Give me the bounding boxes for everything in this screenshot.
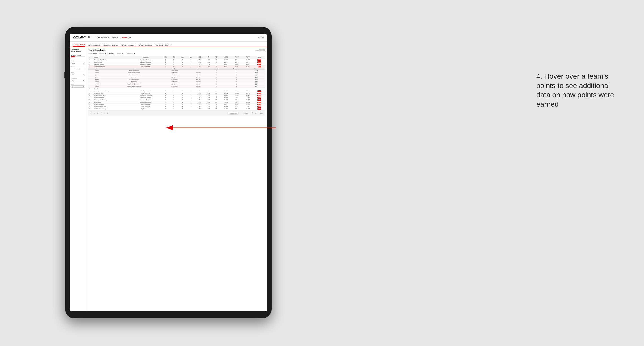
subnav-team-h2h-heatmap[interactable]: TEAM H2H HEATMAP <box>103 44 118 47</box>
update-time: Update time: 13/03/2024 10:03:42 <box>255 49 265 51</box>
nav-tournaments[interactable]: TOURNAMENTS <box>96 36 109 39</box>
rnds-cell: 23 <box>178 61 186 63</box>
points-cell[interactable] <box>253 88 265 90</box>
points-cell[interactable]: 88.58 <box>253 104 265 106</box>
vs25-cell: 7-15-0 <box>231 97 242 99</box>
conference-select[interactable]: (All) ▾ <box>71 80 85 82</box>
subnav-player-h2h-grid[interactable]: PLAYER H2H GRID <box>138 44 152 47</box>
points-cell[interactable]: 88.61 <box>253 99 265 101</box>
col-rank: # <box>88 56 94 59</box>
vs25-cell: 25-5-0 <box>231 63 242 66</box>
conf-cell: Southeastern Conference <box>130 97 161 99</box>
region-select[interactable]: N/A ▾ <box>71 74 85 76</box>
paint-icon[interactable]: ✏ <box>104 113 105 114</box>
rnds-cell: 27 <box>178 66 186 68</box>
table-row: 21 University of Alabama Southeastern Co… <box>88 97 265 99</box>
points-cell[interactable]: 88.59 <box>253 106 265 108</box>
overall-cell: 87-22-2 <box>220 106 231 108</box>
wins-cell: 0 <box>187 108 195 110</box>
rnds-cell: 15 <box>178 97 186 99</box>
rank-cell: 23 <box>88 101 94 104</box>
table-row: 23 Duke University Atlantic Coast Confer… <box>88 101 265 104</box>
avg-sg-cell: 1.60 <box>205 90 213 92</box>
school-select[interactable]: (All) ▾ <box>71 85 85 88</box>
adj-score-cell: 278.1 <box>195 92 205 95</box>
points-cell[interactable]: 97.02 <box>253 59 265 61</box>
division-chevron-icon: ▾ <box>83 68 84 70</box>
school-cell: Arizona State University <box>94 66 130 68</box>
subnav-player-summary[interactable]: PLAYER SUMMARY <box>121 44 136 47</box>
col-points: Points <box>253 56 265 59</box>
filter-row: Gender: Men's Division: NCAA Division I … <box>88 53 265 54</box>
min-rounds-slider[interactable]: 3 <box>71 56 85 58</box>
points-cell[interactable]: 93.31 <box>253 61 265 63</box>
wins-cell: 2 <box>187 90 195 92</box>
vs25-cell: 7-19-1 <box>231 104 242 106</box>
copy-icon[interactable]: ⧉ <box>100 112 102 114</box>
toolbar-icon-grid[interactable]: ⊞ <box>255 113 256 114</box>
nav-teams[interactable]: TEAMS <box>112 36 118 39</box>
table-row: 1 University of North Carolina Atlantic … <box>88 59 265 61</box>
points-cell[interactable]: 79.5 <box>253 66 265 68</box>
share-button[interactable]: ↗ Share <box>259 113 263 114</box>
rnds-cell <box>178 88 186 90</box>
exp-col-event-div: Event Division <box>162 68 188 70</box>
points-cell[interactable]: 88.49 <box>253 95 265 97</box>
sidebar: CommitteePortal Review Minimum Rounds 3 … <box>70 47 86 312</box>
rnds-cell: 21 <box>178 90 186 92</box>
division-select[interactable]: NCAA Division I ▾ <box>71 68 85 70</box>
nav-committee[interactable]: COMMITTEE <box>121 36 131 39</box>
col-adj-score: Adj.Score <box>195 56 205 59</box>
wins-cell: 0 <box>187 99 195 101</box>
conf-rank-cell: 1 <box>161 59 170 61</box>
avg-sg-cell: 2.86 <box>205 59 213 61</box>
table-row: 5 Texas T... <box>88 88 265 90</box>
low-adj-cell: 272 <box>213 97 220 99</box>
school-chevron-icon: ▾ <box>83 86 84 87</box>
subnav-team-summary[interactable]: TEAM SUMMARY <box>73 44 85 47</box>
undo-icon[interactable]: ↺ <box>90 113 92 114</box>
view-button[interactable]: 👁 View: Original <box>227 112 238 115</box>
tour-cell: 7 <box>170 90 178 92</box>
tour-cell: 8 <box>170 101 178 104</box>
overall-cell: 63-5-0 <box>220 63 231 66</box>
toolbar-icon-comment[interactable]: 💬 <box>252 113 253 114</box>
subnav-player-h2h-heatmap[interactable]: PLAYER H2H HEATMAP <box>154 44 172 47</box>
rank-cell: 19 <box>88 92 94 95</box>
exp-col-event: Event <box>106 68 162 70</box>
min-rounds-label: Minimum Rounds <box>71 54 85 56</box>
school-cell: Texas T... <box>94 88 130 90</box>
expanded-event-row-item: East Tee OFCC Fighting Illini Invitation… <box>88 84 265 86</box>
points-cell[interactable]: 88.70 <box>253 92 265 95</box>
points-badge: 88.34 <box>258 108 261 110</box>
division-label: Division <box>71 66 85 67</box>
points-cell[interactable]: 88.48 <box>253 97 265 99</box>
sign-out-link[interactable]: Sign out <box>258 37 264 38</box>
overall-cell: 86-4-0 <box>220 61 231 63</box>
filter-gender: Gender: Men's <box>88 53 97 54</box>
school-cell: University of North Florida <box>94 106 130 108</box>
points-cell[interactable]: 88.71 <box>253 101 265 104</box>
conf-rank-cell: 7 <box>161 101 170 104</box>
points-cell[interactable]: 88.07 <box>253 90 265 92</box>
adj-score-cell: 272.0 <box>195 59 205 61</box>
overall-cell: 73-21-1 <box>220 90 231 92</box>
slider-fill <box>71 56 75 57</box>
rnds-cell: 22 <box>178 95 186 97</box>
rnds-cell: 22 <box>178 101 186 104</box>
vs25-cell: 4-16-0 <box>231 99 242 101</box>
rnds-cell: 19 <box>178 63 186 66</box>
points-badge: 88.59 <box>258 106 261 108</box>
adj-score-cell: 278.6 <box>195 99 205 101</box>
col-conf-rank: ConfRank <box>161 56 170 59</box>
vs50-cell: 19-21-0 <box>242 108 253 110</box>
subnav-team-h2h-grid[interactable]: TEAM H2H GRID <box>88 44 100 47</box>
points-cell[interactable]: 88.34 <box>253 108 265 110</box>
adj-score-cell: 277.9 <box>195 97 205 99</box>
points-cell[interactable]: 90.32 <box>253 63 265 66</box>
timer-icon[interactable]: ⏱ <box>107 113 108 114</box>
search-icon[interactable]: ⊕ <box>97 113 98 114</box>
redo-icon[interactable]: ↻ <box>94 113 95 114</box>
gender-select[interactable]: Men's ▾ <box>71 62 85 64</box>
watch-button[interactable]: 👁 Watch ▾ <box>244 113 249 114</box>
